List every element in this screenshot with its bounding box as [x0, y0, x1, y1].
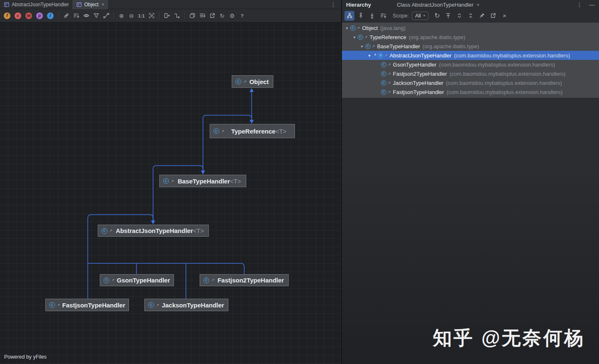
chevron-down-icon[interactable]: ▾ [351, 35, 358, 40]
open-in-new-icon[interactable] [488, 11, 498, 21]
class-icon-letter: C [205, 278, 208, 282]
options-kebab-icon[interactable]: ⋮ [577, 1, 582, 8]
panel-divider[interactable] [341, 0, 342, 364]
tree-row-abstractjsontypehandler-selected[interactable]: ▾ * ↗ AbstractJsonTypeHandler (com.baomi… [342, 51, 599, 60]
link-icon[interactable] [62, 11, 71, 20]
hide-tool-window-icon[interactable]: — [589, 1, 595, 8]
copy-diagram-icon[interactable] [188, 11, 197, 20]
scroll-to-top-icon[interactable] [443, 11, 453, 21]
chevron-down-icon[interactable]: ▾ [344, 26, 350, 30]
hierarchy-tab[interactable]: Class AbstractJsonTypeHandler × [397, 2, 480, 8]
fields-toggle[interactable]: f [4, 12, 10, 19]
supertypes-hierarchy-icon[interactable] [356, 11, 366, 21]
class-icon: C [203, 277, 209, 283]
apply-layout-icon[interactable] [162, 11, 171, 20]
hierarchy-toolbar: Scope: All ▾ ↻ × [342, 9, 599, 22]
constructors-toggle[interactable]: c [15, 12, 21, 19]
chevron-down-icon[interactable]: ▾ [359, 44, 365, 49]
toggle-letter: m [27, 13, 31, 18]
ide-window: AbstractJsonTypeHandler Object × ⋮ f c m… [0, 0, 599, 364]
powered-by-yfiles-label: Powered by yFiles [4, 354, 47, 360]
mini-arrow-icon: ↗ [156, 303, 159, 307]
mini-arrow-icon: ↗ [388, 72, 391, 76]
package-name: (com.baomidou.mybatisplus.extension.hand… [454, 52, 570, 59]
gear-icon[interactable]: ⚙ [228, 11, 237, 20]
hierarchy-tab-label: Class AbstractJsonTypeHandler [397, 2, 473, 8]
scope-dropdown[interactable]: All ▾ [412, 12, 428, 20]
actual-size-button[interactable]: 1:1 [137, 11, 146, 20]
diagram-node-basetypehandler[interactable]: C ↗ BaseTypeHandler<T> [159, 175, 246, 187]
class-icon: C [235, 79, 241, 84]
scope-label: Scope: [393, 13, 409, 19]
toggle-letter: p [38, 13, 41, 18]
mini-arrow-icon: ↗ [211, 278, 215, 282]
tree-row-basetypehandler[interactable]: ▾ C ↗ BaseTypeHandler (org.apache.ibatis… [342, 42, 599, 51]
tree-row-object[interactable]: ▾ C ↗ Object (java.lang) [342, 23, 599, 32]
tab-object[interactable]: Object × [72, 0, 108, 9]
hierarchy-panel: Hierarchy Class AbstractJsonTypeHandler … [342, 0, 599, 364]
toggle-letter: c [17, 13, 19, 18]
close-icon[interactable]: × [500, 11, 510, 21]
class-name: Fastjson2TypeHandler [393, 71, 447, 77]
expand-all-icon[interactable] [455, 11, 465, 21]
mini-arrow-icon: ↗ [221, 129, 225, 133]
chevron-down-icon[interactable]: ▾ [366, 53, 373, 58]
refresh-icon[interactable]: ↻ [218, 11, 227, 20]
toolbar-separator [159, 12, 159, 19]
chevron-down-icon: ▾ [423, 14, 425, 17]
diagram-node-fastjson2typehandler[interactable]: C ↗ Fastjson2TypeHandler [200, 274, 289, 286]
node-label: JacksonTypeHandler [161, 302, 225, 309]
mini-arrow-icon: ↗ [109, 229, 113, 233]
mini-arrow-icon: ↗ [357, 26, 360, 30]
close-tab-icon[interactable]: × [476, 2, 480, 8]
connector-icon[interactable] [101, 11, 111, 20]
diagram-node-typereference[interactable]: C ↗ TypeReference<T> [210, 124, 295, 138]
eye-icon[interactable] [82, 11, 91, 20]
toggle-letter: f [6, 13, 7, 18]
toolbar-separator [184, 12, 185, 19]
class-hierarchy-icon[interactable] [344, 11, 354, 21]
diagram-node-object[interactable]: C ↗ Object [232, 75, 273, 88]
class-icon: C [104, 277, 109, 283]
collapse-all-icon[interactable] [466, 11, 476, 21]
route-edges-icon[interactable] [172, 11, 181, 20]
diagram-node-jacksontypehandler[interactable]: C ↗ JacksonTypeHandler [144, 299, 228, 311]
node-label: TypeReference<T> [227, 128, 291, 135]
hierarchy-header: Hierarchy Class AbstractJsonTypeHandler … [342, 0, 599, 9]
tab-options-kebab-icon[interactable]: ⋮ [330, 1, 336, 8]
close-tab-icon[interactable]: × [101, 2, 104, 7]
zoom-in-icon[interactable]: ⊕ [117, 11, 126, 20]
mini-arrow-icon: ↗ [384, 54, 388, 57]
tab-abstractjsontypehandler[interactable]: AbstractJsonTypeHandler [0, 0, 72, 9]
node-label: GsonTypeHandler [117, 277, 170, 284]
fit-content-icon[interactable] [147, 11, 156, 20]
tree-row-fastjsontypehandler[interactable]: C ↗ FastjsonTypeHandler (com.baomidou.my… [342, 87, 599, 97]
pin-icon[interactable] [477, 11, 487, 21]
subtypes-hierarchy-icon[interactable] [367, 11, 377, 21]
class-icon: C [49, 302, 55, 308]
diagram-node-fastjsontypehandler[interactable]: C ↗ FastjsonTypeHandler [45, 299, 129, 311]
inner-classes-toggle[interactable]: i [47, 12, 54, 19]
methods-toggle[interactable]: m [25, 12, 32, 19]
class-icon: C [381, 89, 386, 95]
sort-icon[interactable] [72, 11, 81, 20]
zoom-out-icon[interactable]: ⊖ [127, 11, 136, 20]
export-list-icon[interactable] [198, 11, 207, 20]
help-icon[interactable]: ? [238, 11, 247, 20]
tree-row-fastjson2typehandler[interactable]: C ↗ Fastjson2TypeHandler (com.baomidou.m… [342, 69, 599, 78]
window-controls: ⋮ — [577, 1, 595, 8]
tree-row-gsontypehandler[interactable]: C ↗ GsonTypeHandler (com.baomidou.mybati… [342, 60, 599, 69]
refresh-icon[interactable]: ↻ [432, 11, 442, 21]
properties-toggle[interactable]: p [36, 12, 43, 19]
tab-label: AbstractJsonTypeHandler [12, 2, 69, 7]
tree-row-jacksontypehandler[interactable]: C ↗ JacksonTypeHandler (com.baomidou.myb… [342, 78, 599, 87]
sort-alphabetically-icon[interactable] [378, 11, 388, 21]
diagram-node-abstractjsontypehandler[interactable]: C ↗ AbstractJsonTypeHandler<T> [98, 225, 209, 237]
diagram-node-gsontypehandler[interactable]: C ↗ GsonTypeHandler [100, 274, 174, 286]
diagram-canvas[interactable] [0, 22, 341, 364]
open-in-new-icon[interactable] [208, 11, 217, 20]
tree-row-typereference[interactable]: ▾ C ↗ TypeReference (org.apache.ibatis.t… [342, 32, 599, 42]
tool-window-title: Hierarchy [346, 2, 371, 8]
scope-value: All [415, 13, 421, 19]
filter-icon[interactable] [92, 11, 101, 20]
